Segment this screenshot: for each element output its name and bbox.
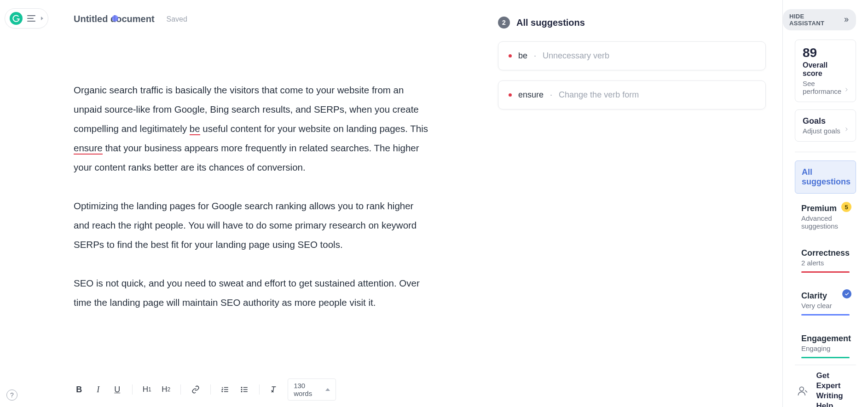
word-count-chip[interactable]: 130 words (288, 378, 336, 401)
category-title: Engagement (801, 334, 850, 344)
editor-body[interactable]: Organic search traffic is basically the … (74, 80, 428, 312)
expert-writing-help[interactable]: Get ExpertWriting Help (795, 365, 856, 407)
category-bar (801, 271, 850, 273)
category-sub: Advanced suggestions (801, 214, 850, 230)
hide-assistant-button[interactable]: HIDE ASSISTANT (783, 9, 856, 30)
overall-score-value: 89 (803, 46, 848, 59)
svg-point-0 (241, 387, 242, 388)
goals-sub: Adjust goals (803, 127, 848, 135)
clear-formatting-button[interactable] (269, 384, 280, 396)
caret-up-icon (325, 388, 330, 391)
h2-button[interactable]: H2 (161, 384, 172, 396)
italic-button[interactable]: I (93, 384, 104, 396)
suggestions-title: All suggestions (516, 17, 585, 28)
suggestion-word: be (518, 51, 527, 61)
category-title: Correctness (801, 248, 850, 258)
separator (210, 384, 211, 395)
format-toolbar: B I U H1 H2 130 words (74, 378, 460, 401)
category-sub: 2 alerts (801, 259, 850, 267)
chevron-right-icon (844, 126, 849, 134)
category-all-suggestions[interactable]: All suggestions (795, 161, 856, 194)
separator (259, 384, 260, 395)
separator (180, 384, 181, 395)
suggestion-word: ensure (518, 90, 544, 100)
check-icon (842, 289, 851, 298)
overall-score-card[interactable]: 89 Overall score See performance (795, 40, 856, 102)
suggestion-card[interactable]: be · Unnecessary verb (498, 41, 766, 70)
dot-red-icon (509, 54, 512, 57)
category-clarity[interactable]: Clarity Very clear (795, 285, 856, 322)
category-sub: Engaging (801, 344, 850, 352)
goals-card[interactable]: Goals Adjust goals (795, 109, 856, 142)
category-correctness[interactable]: Correctness 2 alerts (795, 242, 856, 279)
save-status: Saved (167, 15, 187, 23)
category-bar (801, 357, 850, 358)
error-word[interactable]: be (190, 123, 200, 135)
document-title[interactable]: Untitled document (74, 14, 155, 24)
category-engagement[interactable]: Engagement Engaging (795, 327, 856, 365)
category-sub: Very clear (801, 302, 850, 310)
link-button[interactable] (190, 384, 201, 396)
underline-button[interactable]: U (112, 384, 123, 396)
suggestion-desc: Change the verb form (559, 90, 639, 100)
h1-button[interactable]: H1 (141, 384, 152, 396)
suggestions-count-badge: 2 (498, 17, 510, 29)
bullet-list-button[interactable] (239, 384, 250, 396)
suggestion-sep: · (550, 90, 552, 100)
bold-button[interactable]: B (74, 384, 85, 396)
word-count-label: 130 words (294, 382, 322, 397)
dot-red-icon (509, 93, 512, 97)
suggestion-desc: Unnecessary verb (543, 51, 609, 61)
svg-point-2 (241, 391, 242, 392)
hide-assistant-label: HIDE ASSISTANT (789, 13, 839, 27)
premium-count-badge: 5 (841, 202, 851, 212)
chevron-right-icon (844, 86, 849, 94)
assistant-panel: HIDE ASSISTANT 89 Overall score See perf… (782, 0, 868, 407)
suggestion-sep: · (534, 51, 536, 61)
divider (795, 152, 856, 152)
expert-label: Get ExpertWriting Help (816, 371, 854, 407)
category-title: All suggestions (802, 167, 849, 187)
svg-point-1 (241, 389, 242, 390)
editor-column: Untitled document Saved Organic search t… (0, 0, 488, 407)
svg-point-3 (800, 387, 804, 391)
overall-score-label: Overall score (803, 61, 848, 78)
paragraph[interactable]: Optimizing the landing pages for Google … (74, 196, 428, 254)
suggestion-card[interactable]: ensure · Change the verb form (498, 80, 766, 109)
overall-score-sub: See performance (803, 80, 848, 95)
presence-cursor-icon (112, 15, 118, 22)
category-bar (801, 314, 850, 315)
separator (132, 384, 133, 395)
category-premium[interactable]: Premium Advanced suggestions 5 (795, 197, 856, 236)
suggestions-column: 2 All suggestions be · Unnecessary verb … (488, 0, 782, 407)
error-word[interactable]: ensure (74, 143, 103, 155)
paragraph[interactable]: SEO is not quick, and you need to sweat … (74, 274, 428, 312)
numbered-list-button[interactable] (220, 384, 231, 396)
chevrons-right-icon (843, 17, 850, 23)
goals-title: Goals (803, 116, 848, 126)
person-icon (797, 385, 809, 397)
paragraph[interactable]: Organic search traffic is basically the … (74, 80, 428, 177)
